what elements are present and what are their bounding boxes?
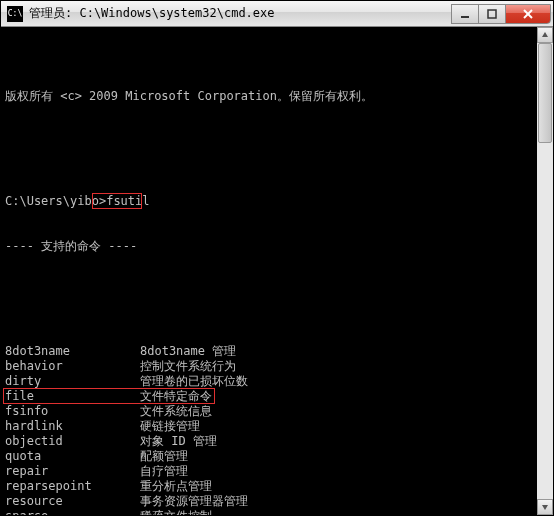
command-row: reparsepoint重分析点管理	[5, 479, 535, 494]
cmd-icon-label: C:\	[8, 9, 22, 18]
commands-block-1: 8dot3name8dot3name 管理behavior控制文件系统行为dir…	[5, 344, 535, 515]
window-title: 管理员: C:\Windows\system32\cmd.exe	[29, 5, 452, 22]
cmd-icon: C:\	[7, 6, 23, 22]
copyright-line: 版权所有 <c> 2009 Microsoft Corporation。保留所有…	[5, 89, 535, 104]
command-row: 8dot3name8dot3name 管理	[5, 344, 535, 359]
svg-rect-1	[488, 10, 496, 18]
command-row: sparse稀疏文件控制	[5, 509, 535, 515]
command-desc: 配额管理	[140, 449, 535, 464]
blank-line	[5, 134, 535, 149]
scroll-up-button[interactable]	[537, 27, 553, 43]
console-content: 版权所有 <c> 2009 Microsoft Corporation。保留所有…	[1, 59, 553, 515]
command-row: repair自疗管理	[5, 464, 535, 479]
cmd-window: C:\ 管理员: C:\Windows\system32\cmd.exe 版权所…	[0, 0, 554, 516]
command-name: reparsepoint	[5, 479, 140, 494]
command-row: quota配额管理	[5, 449, 535, 464]
scroll-thumb[interactable]	[538, 43, 552, 143]
prompt-1: C:\Users\yibo>fsutil	[5, 194, 535, 209]
window-controls	[452, 4, 551, 24]
vertical-scrollbar[interactable]	[537, 27, 553, 515]
command-name: 8dot3name	[5, 344, 140, 359]
scroll-track[interactable]	[537, 43, 553, 499]
prompt-prefix: C:\Users\yibo>	[5, 194, 106, 208]
command-desc: 对象 ID 管理	[140, 434, 535, 449]
titlebar[interactable]: C:\ 管理员: C:\Windows\system32\cmd.exe	[1, 1, 553, 27]
command-desc: 自疗管理	[140, 464, 535, 479]
minimize-icon	[460, 9, 470, 19]
chevron-up-icon	[541, 31, 549, 39]
command-desc: 重分析点管理	[140, 479, 535, 494]
svg-marker-5	[542, 505, 548, 510]
svg-marker-4	[542, 32, 548, 37]
command-desc: 文件特定命令	[140, 389, 535, 404]
chevron-down-icon	[541, 503, 549, 511]
command-desc: 8dot3name 管理	[140, 344, 535, 359]
command-name: repair	[5, 464, 140, 479]
command-desc: 文件系统信息	[140, 404, 535, 419]
command-desc: 管理卷的已损坏位数	[140, 374, 535, 389]
header-1: ---- 支持的命令 ----	[5, 239, 535, 254]
close-button[interactable]	[505, 4, 551, 24]
command-row: fsinfo文件系统信息	[5, 404, 535, 419]
command-desc: 稀疏文件控制	[140, 509, 535, 515]
command-name: hardlink	[5, 419, 140, 434]
command-name: resource	[5, 494, 140, 509]
command-desc: 硬链接管理	[140, 419, 535, 434]
prompt-cmd: fsutil	[106, 194, 149, 208]
command-row: file文件特定命令	[5, 389, 535, 404]
maximize-button[interactable]	[478, 4, 506, 24]
command-name: quota	[5, 449, 140, 464]
scroll-down-button[interactable]	[537, 499, 553, 515]
command-desc: 控制文件系统行为	[140, 359, 535, 374]
blank-line	[5, 284, 535, 299]
command-name: file	[5, 389, 140, 404]
command-row: hardlink硬链接管理	[5, 419, 535, 434]
command-name: sparse	[5, 509, 140, 515]
command-row: behavior控制文件系统行为	[5, 359, 535, 374]
command-name: objectid	[5, 434, 140, 449]
console-area[interactable]: 版权所有 <c> 2009 Microsoft Corporation。保留所有…	[1, 27, 553, 515]
command-name: fsinfo	[5, 404, 140, 419]
command-desc: 事务资源管理器管理	[140, 494, 535, 509]
minimize-button[interactable]	[451, 4, 479, 24]
command-name: behavior	[5, 359, 140, 374]
command-row: resource事务资源管理器管理	[5, 494, 535, 509]
maximize-icon	[487, 9, 497, 19]
command-name: dirty	[5, 374, 140, 389]
command-row: dirty管理卷的已损坏位数	[5, 374, 535, 389]
command-row: objectid对象 ID 管理	[5, 434, 535, 449]
close-icon	[522, 9, 534, 19]
